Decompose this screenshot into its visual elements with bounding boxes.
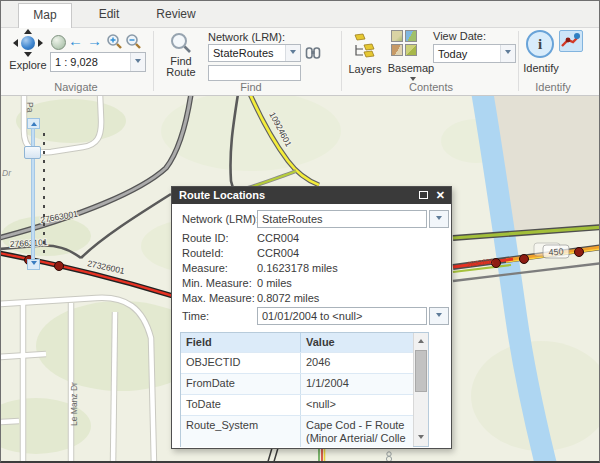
map-scale-combo[interactable]: 1 : 9,028 bbox=[50, 52, 146, 72]
ribbon-tab-bar: Map Edit Review bbox=[1, 1, 599, 28]
dialog-title-bar[interactable]: Route Locations ✕ bbox=[172, 187, 451, 204]
tab-edit[interactable]: Edit bbox=[83, 3, 135, 26]
layers-button[interactable]: Layers bbox=[345, 31, 385, 79]
fixed-zoom-out-icon[interactable] bbox=[125, 33, 142, 54]
layers-label: Layers bbox=[341, 63, 389, 75]
next-extent-icon[interactable]: → bbox=[87, 32, 102, 50]
ribbon: Map Edit Review Navigate Explore ← → bbox=[1, 1, 599, 96]
network-combo[interactable]: StateRoutes bbox=[257, 210, 427, 228]
field-cell: FromDate bbox=[181, 374, 300, 395]
slider-zoom-out-button[interactable] bbox=[27, 259, 40, 270]
max-measure-value: 0.8072 miles bbox=[257, 292, 319, 304]
basemap-label: Basemap bbox=[383, 62, 439, 74]
network-label: Network (LRM): bbox=[182, 213, 259, 225]
basemap-button[interactable]: Basemap bbox=[389, 30, 437, 88]
value-column-header: Value bbox=[300, 333, 413, 352]
table-row: ToDate <null> bbox=[181, 394, 413, 416]
routeid-value: CCR004 bbox=[257, 247, 299, 259]
max-measure-label: Max. Measure: bbox=[182, 292, 255, 304]
chevron-down-icon bbox=[410, 77, 416, 84]
identify-group-label: Identify bbox=[513, 81, 593, 93]
navigate-group-label: Navigate bbox=[11, 81, 141, 93]
ribbon-body: Navigate Explore ← → 1 : 9,028 bbox=[1, 28, 599, 95]
find-route-label-2: Route bbox=[166, 66, 195, 78]
group-divider bbox=[341, 31, 342, 91]
measure-label: Measure: bbox=[182, 262, 228, 274]
slider-ticks bbox=[43, 133, 45, 253]
scroll-down-button[interactable] bbox=[414, 431, 428, 446]
identify-route-toggle-button[interactable] bbox=[559, 30, 583, 52]
maximize-icon[interactable] bbox=[419, 191, 428, 199]
magnifier-icon bbox=[169, 31, 193, 55]
scrollbar-thumb[interactable] bbox=[415, 350, 427, 392]
binoculars-icon[interactable] bbox=[305, 45, 321, 65]
network-value: StateRoutes bbox=[262, 213, 323, 225]
chevron-down-icon[interactable] bbox=[500, 45, 515, 62]
table-header-row: Field Value bbox=[181, 333, 413, 352]
view-date-combo[interactable]: Today bbox=[433, 44, 516, 63]
dialog-title: Route Locations bbox=[179, 189, 265, 201]
route-value-input[interactable] bbox=[208, 65, 301, 81]
layers-icon bbox=[351, 31, 379, 59]
app-window: Map Edit Review Navigate Explore ← → bbox=[0, 0, 600, 463]
chevron-down-icon[interactable] bbox=[130, 53, 145, 71]
measure-value: 0.1623178 miles bbox=[257, 262, 338, 274]
table-row: Route_System Cape Cod - F Route (Minor A… bbox=[181, 415, 413, 447]
view-date-label: View Date: bbox=[433, 30, 486, 42]
explore-icon bbox=[15, 31, 41, 55]
time-combo[interactable]: 01/01/2004 to <null> bbox=[257, 307, 427, 325]
time-value: 01/01/2004 to <null> bbox=[262, 310, 362, 322]
network-lrm-value: StateRoutes bbox=[213, 47, 274, 59]
identify-icon: i bbox=[526, 30, 554, 58]
routeid-label: RouteId: bbox=[182, 247, 224, 259]
identify-button[interactable]: i Identify bbox=[519, 30, 563, 78]
table-row: FromDate 1/1/2004 bbox=[181, 373, 413, 395]
basemap-icon bbox=[391, 30, 418, 57]
fixed-zoom-in-icon[interactable] bbox=[106, 33, 123, 54]
time-dropdown-button[interactable] bbox=[429, 307, 449, 325]
close-icon[interactable]: ✕ bbox=[436, 187, 445, 204]
value-cell: 1/1/2004 bbox=[300, 374, 413, 395]
chevron-down-icon[interactable] bbox=[285, 45, 300, 61]
street-label: Dr bbox=[2, 168, 12, 178]
field-cell: OBJECTID bbox=[181, 353, 300, 374]
identify-label: Identify bbox=[519, 62, 563, 74]
value-cell: Cape Cod - F Route (Minor Arterial/ Coll… bbox=[300, 416, 413, 447]
attributes-table: Field Value OBJECTID 2046 FromDate 1/1/2… bbox=[180, 332, 429, 447]
min-measure-value: 0 miles bbox=[257, 277, 292, 289]
route-shield-label: 450 bbox=[548, 246, 564, 257]
explore-label: Explore bbox=[5, 59, 51, 71]
slider-thumb[interactable] bbox=[24, 146, 41, 159]
time-label: Time: bbox=[182, 310, 209, 322]
table-scrollbar[interactable] bbox=[413, 333, 428, 446]
field-cell: Route_System bbox=[181, 416, 300, 447]
route-id-value: CCR004 bbox=[257, 232, 299, 244]
map-scale-value: 1 : 9,028 bbox=[55, 56, 98, 68]
tab-review[interactable]: Review bbox=[145, 3, 207, 26]
identify-route-icon bbox=[560, 31, 582, 51]
full-extent-icon[interactable] bbox=[51, 35, 66, 50]
value-cell: 2046 bbox=[300, 353, 413, 374]
field-column-header: Field bbox=[181, 333, 300, 352]
min-measure-label: Min. Measure: bbox=[182, 277, 252, 289]
view-date-value: Today bbox=[438, 48, 467, 60]
network-dropdown-button[interactable] bbox=[429, 210, 449, 228]
network-lrm-combo[interactable]: StateRoutes bbox=[208, 44, 301, 62]
group-divider bbox=[153, 31, 154, 91]
dialog-body: Network (LRM): StateRoutes Route ID: CCR… bbox=[172, 204, 451, 448]
route-locations-dialog: Route Locations ✕ Network (LRM): StateRo… bbox=[171, 186, 452, 449]
previous-extent-icon[interactable]: ← bbox=[68, 32, 83, 50]
street-label: Le Manz Dr bbox=[69, 382, 79, 426]
field-cell: ToDate bbox=[181, 395, 300, 416]
explore-button[interactable]: Explore bbox=[5, 31, 51, 79]
find-route-button[interactable]: Find Route bbox=[161, 31, 201, 89]
tab-map[interactable]: Map bbox=[18, 3, 72, 28]
street-label: Pa bbox=[25, 102, 35, 113]
network-lrm-label: Network (LRM): bbox=[208, 31, 285, 43]
table-row: OBJECTID 2046 bbox=[181, 352, 413, 374]
route-id-label: Route ID: bbox=[182, 232, 228, 244]
scroll-up-button[interactable] bbox=[414, 333, 428, 348]
value-cell: <null> bbox=[300, 395, 413, 416]
route-shield-450: 450 bbox=[534, 243, 569, 258]
